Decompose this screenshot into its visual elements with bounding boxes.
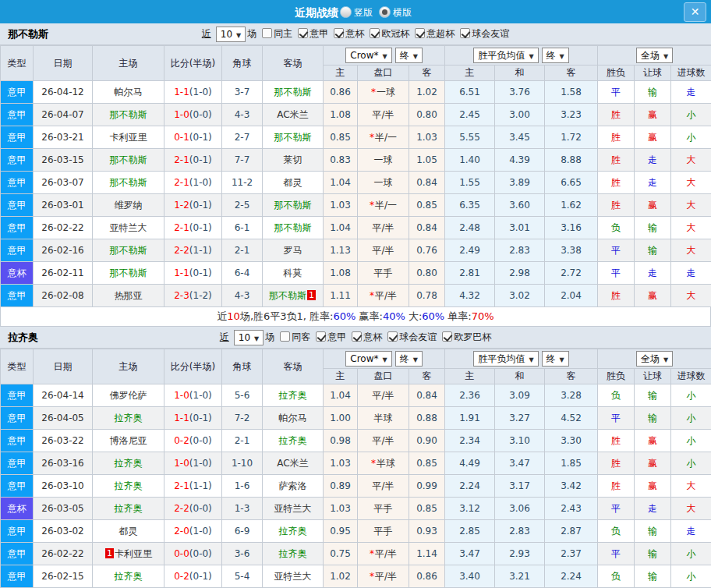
away-odds-cell: 0.99 — [409, 475, 445, 498]
odds-company-select[interactable]: Crow*▼ — [345, 48, 391, 63]
home-odds-cell: 1.08 — [324, 262, 358, 285]
handicap-cell: *半/一 — [358, 194, 409, 217]
sub-header-1: 盘口 — [358, 369, 409, 384]
corner-cell: 4-3 — [222, 104, 263, 126]
competition-checkbox[interactable] — [415, 28, 425, 38]
match-row: 意杯26-03-05拉齐奥2-2(0-0)1-3亚特兰大1.03平手0.853.… — [1, 498, 711, 520]
corner-cell: 11-2 — [222, 172, 263, 194]
matches-unit-label: 场 — [247, 28, 256, 39]
competition-checkbox[interactable] — [316, 331, 326, 342]
competition-checkbox[interactable] — [387, 331, 398, 342]
date-cell: 26-04-07 — [34, 104, 93, 126]
header-row-groups: 类型日期主场比分(半场)角球客场Crow*▼终▼胜平负均值▼终▼全场▼ — [1, 46, 711, 66]
handicap-star: * — [370, 200, 374, 211]
avg-final-select[interactable]: 终▼ — [542, 351, 569, 367]
fulltime-score: 2-1 — [174, 177, 189, 188]
halftime-score: (1-1) — [189, 245, 212, 256]
competition-checkbox[interactable] — [460, 28, 470, 38]
score-cell: 0-2(0-1) — [164, 565, 222, 588]
competition-checkbox[interactable] — [352, 331, 362, 342]
column-header-4: 角球 — [222, 349, 263, 384]
full-match-select[interactable]: 全场▼ — [636, 48, 673, 63]
corner-cell: 2-1 — [222, 239, 263, 262]
match-row: 意甲26-03-10拉齐奥2-1(1-1)1-6萨索洛0.89平/半0.992.… — [1, 475, 711, 498]
competition-cell: 意甲 — [1, 239, 34, 262]
avg-group-header: 胜平负均值▼终▼ — [445, 46, 598, 66]
summary-segment: 赢率: — [356, 310, 383, 322]
home-odds-cell: 1.11 — [324, 285, 358, 307]
home-team-cell: 那不勒斯 — [93, 262, 164, 285]
select-value: Crow* — [350, 353, 378, 364]
odds-final-select[interactable]: 终▼ — [395, 351, 423, 367]
corner-cell: 2-1 — [222, 430, 263, 452]
same-venue-checkbox[interactable] — [280, 331, 290, 342]
away-team-cell: 莱切 — [263, 149, 324, 172]
dropdown-arrow-icon: ▼ — [560, 53, 564, 60]
away-team-name: 亚特兰大 — [274, 503, 312, 514]
result-handicap-cell: 输 — [635, 407, 671, 430]
avg-draw-cell: 3.10 — [495, 430, 545, 452]
result-wdl-cell: 胜 — [598, 194, 635, 217]
full-match-select[interactable]: 全场▼ — [636, 351, 673, 367]
away-odds-cell: 0.84 — [409, 217, 445, 239]
handicap-name: 半球 — [377, 458, 395, 469]
result-goals-cell: 小 — [671, 565, 711, 588]
fulltime-score: 2-1 — [174, 154, 189, 165]
score-cell: 2-1(1-0) — [164, 172, 222, 194]
result-goals-cell: 走 — [671, 81, 711, 104]
handicap-name: 平/半 — [375, 290, 397, 301]
team-section-2: 拉齐奥近10▼场同客意甲意杯球会友谊欧罗巴杯类型日期主场比分(半场)角球客场Cr… — [0, 327, 711, 588]
date-cell: 26-04-12 — [34, 81, 93, 104]
home-team-cell: 那不勒斯 — [93, 172, 164, 194]
odds-final-select[interactable]: 终▼ — [395, 48, 423, 63]
competition-cell: 意甲 — [1, 407, 34, 430]
away-team-name: 拉齐奥 — [279, 390, 307, 401]
summary-segment: 10 — [227, 310, 240, 322]
handicap-name: 平/半 — [375, 571, 397, 582]
match-count-select[interactable]: 10▼ — [234, 330, 264, 345]
handicap-cell: 平手 — [358, 262, 409, 285]
competition-label: 意甲 — [327, 331, 346, 342]
away-team-cell: 拉齐奥 — [263, 520, 324, 543]
close-button[interactable]: ✕ — [684, 2, 706, 22]
competition-checkbox[interactable] — [442, 331, 452, 342]
home-team-cell: 博洛尼亚 — [93, 430, 164, 452]
date-cell: 26-04-14 — [34, 384, 93, 407]
recent-count-link[interactable]: 近 — [202, 28, 211, 39]
dropdown-arrow-icon: ▼ — [382, 356, 387, 363]
competition-checkbox[interactable] — [298, 28, 308, 38]
fulltime-score: 1-2 — [174, 200, 189, 211]
avg-away-cell: 2.87 — [545, 520, 598, 543]
date-cell: 26-04-05 — [34, 407, 93, 430]
odds-company-select[interactable]: Crow*▼ — [345, 351, 391, 367]
summary-segment: 场,胜6平3负1, 胜率: — [240, 310, 334, 322]
competition-checkbox[interactable] — [370, 28, 380, 38]
away-odds-cell: 0.78 — [409, 285, 445, 307]
vertical-view-radio[interactable] — [340, 6, 352, 18]
dropdown-arrow-icon: ▼ — [413, 356, 418, 363]
home-team-name: 拉齐奥 — [115, 480, 143, 491]
competition-checkbox[interactable] — [334, 28, 344, 38]
same-venue-label: 同主 — [274, 28, 292, 39]
select-value: 终 — [400, 353, 409, 364]
home-team-cell: 1卡利亚里 — [93, 543, 164, 565]
away-team-cell: 都灵 — [263, 172, 324, 194]
avg-final-select[interactable]: 终▼ — [542, 48, 569, 63]
sub-header-0: 主 — [324, 369, 358, 384]
home-odds-cell: 0.98 — [324, 430, 358, 452]
match-count-select[interactable]: 10▼ — [216, 27, 246, 42]
recent-count-link[interactable]: 近 — [220, 331, 229, 342]
away-odds-cell: 0.86 — [409, 565, 445, 588]
home-team-name: 那不勒斯 — [110, 177, 147, 188]
away-team-name: 帕尔马 — [279, 413, 307, 423]
avg-odds-select[interactable]: 胜平负均值▼ — [473, 48, 538, 63]
same-venue-checkbox[interactable] — [262, 28, 272, 38]
avg-odds-select[interactable]: 胜平负均值▼ — [473, 351, 538, 367]
select-value: 10 — [239, 332, 250, 343]
horizontal-view-radio[interactable] — [379, 6, 391, 18]
away-team-cell: 那不勒斯 — [263, 81, 324, 104]
away-odds-cell: 1.03 — [409, 126, 445, 149]
home-team-name: 卡利亚里 — [110, 132, 147, 143]
home-team-name: 拉齐奥 — [115, 571, 143, 582]
result-goals-cell: 小 — [671, 104, 711, 126]
